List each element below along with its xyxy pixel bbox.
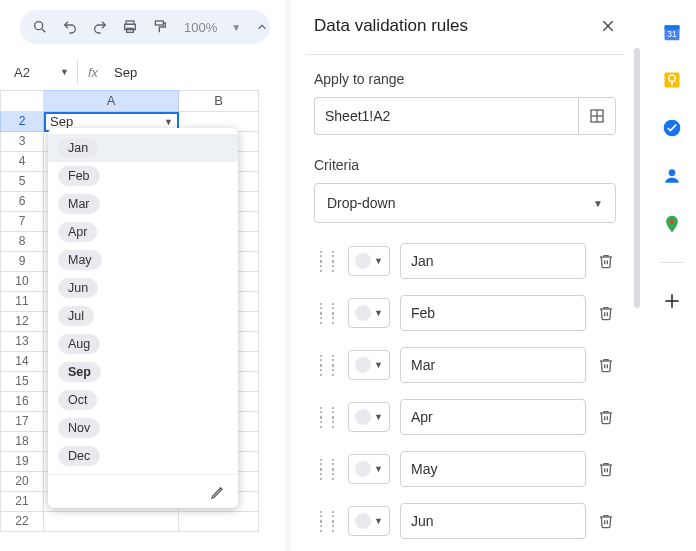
criteria-option-row: ⋮⋮⋮⋮▼Feb bbox=[314, 295, 616, 331]
criteria-select[interactable]: Drop-down ▼ bbox=[314, 183, 616, 223]
row-header[interactable]: 12 bbox=[0, 312, 44, 332]
grid-row: 22 bbox=[0, 512, 260, 532]
option-value-input[interactable]: Jan bbox=[400, 243, 586, 279]
option-color-select[interactable]: ▼ bbox=[348, 246, 390, 276]
row-header[interactable]: 16 bbox=[0, 392, 44, 412]
row-header[interactable]: 9 bbox=[0, 252, 44, 272]
row-header[interactable]: 2 bbox=[0, 112, 44, 132]
drag-handle-icon[interactable]: ⋮⋮⋮⋮ bbox=[314, 303, 338, 323]
data-validation-panel: Data validation rules Apply to range She… bbox=[300, 8, 630, 548]
option-color-select[interactable]: ▼ bbox=[348, 454, 390, 484]
dropdown-item[interactable]: Nov bbox=[48, 414, 238, 442]
column-header-B[interactable]: B bbox=[179, 90, 259, 112]
row-header[interactable]: 14 bbox=[0, 352, 44, 372]
option-value-input[interactable]: May bbox=[400, 451, 586, 487]
maps-icon[interactable] bbox=[662, 214, 682, 234]
dropdown-chip: Nov bbox=[58, 418, 100, 438]
dropdown-chip: Jan bbox=[58, 138, 98, 158]
tasks-icon[interactable] bbox=[662, 118, 682, 138]
row-header[interactable]: 5 bbox=[0, 172, 44, 192]
drag-handle-icon[interactable]: ⋮⋮⋮⋮ bbox=[314, 355, 338, 375]
option-value-input[interactable]: Mar bbox=[400, 347, 586, 383]
cell[interactable] bbox=[44, 512, 179, 532]
row-header[interactable]: 6 bbox=[0, 192, 44, 212]
dropdown-item[interactable]: Feb bbox=[48, 162, 238, 190]
dropdown-item[interactable]: Mar bbox=[48, 190, 238, 218]
row-header[interactable]: 21 bbox=[0, 492, 44, 512]
trash-icon[interactable] bbox=[596, 253, 616, 269]
row-header[interactable]: 10 bbox=[0, 272, 44, 292]
option-value-input[interactable]: Jun bbox=[400, 503, 586, 539]
pencil-icon[interactable] bbox=[210, 484, 226, 500]
trash-icon[interactable] bbox=[596, 409, 616, 425]
apply-to-range-input[interactable]: Sheet1!A2 bbox=[314, 97, 578, 135]
dropdown-item[interactable]: Apr bbox=[48, 218, 238, 246]
row-header[interactable]: 7 bbox=[0, 212, 44, 232]
dropdown-item[interactable]: Jul bbox=[48, 302, 238, 330]
option-value-input[interactable]: Feb bbox=[400, 295, 586, 331]
dropdown-item[interactable]: Sep bbox=[48, 358, 238, 386]
close-icon[interactable] bbox=[600, 18, 616, 34]
trash-icon[interactable] bbox=[596, 305, 616, 321]
print-icon[interactable] bbox=[122, 18, 138, 36]
contacts-icon[interactable] bbox=[662, 166, 682, 186]
drag-handle-icon[interactable]: ⋮⋮⋮⋮ bbox=[314, 511, 338, 531]
row-header[interactable]: 19 bbox=[0, 452, 44, 472]
keep-icon[interactable] bbox=[662, 70, 682, 90]
toolbar: 100% ▼ bbox=[20, 10, 270, 44]
zoom-dropdown-icon[interactable]: ▼ bbox=[231, 18, 241, 36]
trash-icon[interactable] bbox=[596, 461, 616, 477]
paint-format-icon[interactable] bbox=[152, 18, 168, 36]
zoom-label[interactable]: 100% bbox=[184, 20, 217, 35]
calendar-icon[interactable]: 31 bbox=[662, 22, 682, 42]
dropdown-item[interactable]: Jan bbox=[48, 134, 238, 162]
dropdown-item[interactable]: May bbox=[48, 246, 238, 274]
drag-handle-icon[interactable]: ⋮⋮⋮⋮ bbox=[314, 407, 338, 427]
search-icon[interactable] bbox=[32, 18, 48, 36]
trash-icon[interactable] bbox=[596, 357, 616, 373]
option-color-select[interactable]: ▼ bbox=[348, 298, 390, 328]
drag-handle-icon[interactable]: ⋮⋮⋮⋮ bbox=[314, 459, 338, 479]
option-color-select[interactable]: ▼ bbox=[348, 402, 390, 432]
dropdown-item[interactable]: Jun bbox=[48, 274, 238, 302]
cell[interactable] bbox=[179, 512, 259, 532]
dropdown-chip: Oct bbox=[58, 390, 97, 410]
criteria-label: Criteria bbox=[314, 157, 616, 173]
row-header[interactable]: 18 bbox=[0, 432, 44, 452]
row-header[interactable]: 11 bbox=[0, 292, 44, 312]
dropdown-item[interactable]: Oct bbox=[48, 386, 238, 414]
select-all-corner[interactable] bbox=[0, 90, 44, 112]
column-header-A[interactable]: A bbox=[44, 90, 179, 112]
fx-label: fx bbox=[78, 65, 108, 80]
name-box-dropdown-icon[interactable]: ▼ bbox=[60, 67, 69, 77]
row-header[interactable]: 17 bbox=[0, 412, 44, 432]
toolbar-expand-icon[interactable] bbox=[255, 18, 269, 36]
name-box[interactable]: A2 ▼ bbox=[6, 60, 78, 84]
option-color-select[interactable]: ▼ bbox=[348, 350, 390, 380]
svg-line-1 bbox=[42, 29, 45, 32]
option-color-select[interactable]: ▼ bbox=[348, 506, 390, 536]
row-header[interactable]: 22 bbox=[0, 512, 44, 532]
dropdown-item[interactable]: Aug bbox=[48, 330, 238, 358]
svg-point-0 bbox=[35, 22, 43, 30]
option-value-input[interactable]: Apr bbox=[400, 399, 586, 435]
panel-splitter[interactable] bbox=[285, 0, 291, 551]
row-header[interactable]: 13 bbox=[0, 332, 44, 352]
chevron-down-icon: ▼ bbox=[593, 198, 603, 209]
apply-to-range-label: Apply to range bbox=[314, 71, 616, 87]
add-icon[interactable] bbox=[662, 291, 682, 311]
row-header[interactable]: 3 bbox=[0, 132, 44, 152]
dropdown-footer bbox=[48, 474, 238, 508]
row-header[interactable]: 4 bbox=[0, 152, 44, 172]
trash-icon[interactable] bbox=[596, 513, 616, 529]
row-header[interactable]: 15 bbox=[0, 372, 44, 392]
select-range-button[interactable] bbox=[578, 97, 616, 135]
panel-scrollbar[interactable] bbox=[634, 48, 640, 308]
row-header[interactable]: 20 bbox=[0, 472, 44, 492]
row-header[interactable]: 8 bbox=[0, 232, 44, 252]
dropdown-item[interactable]: Dec bbox=[48, 442, 238, 470]
formula-bar[interactable]: Sep bbox=[108, 65, 137, 80]
undo-icon[interactable] bbox=[62, 18, 78, 36]
drag-handle-icon[interactable]: ⋮⋮⋮⋮ bbox=[314, 251, 338, 271]
redo-icon[interactable] bbox=[92, 18, 108, 36]
